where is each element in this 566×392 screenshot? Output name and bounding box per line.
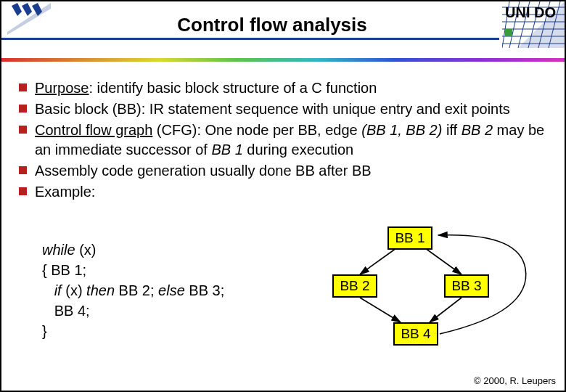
- example-area: while (x) { BB 1; if (x) then BB 2; else…: [42, 225, 543, 363]
- code-block: while (x) { BB 1; if (x) then BB 2; else…: [42, 240, 224, 341]
- copyright-footer: © 2000, R. Leupers: [474, 375, 556, 386]
- svg-rect-18: [505, 29, 512, 36]
- bullet-purpose: Purpose: identify basic block structure …: [19, 78, 547, 98]
- unido-text: UNI DO: [505, 4, 556, 20]
- code-line-4: BB 4;: [42, 301, 224, 321]
- slide-header: Control flow analysis: [1, 1, 565, 48]
- svg-line-21: [360, 298, 401, 322]
- rainbow-divider: [1, 58, 565, 62]
- cfg-node-bb4: BB 4: [393, 322, 438, 346]
- bullet-list: Purpose: identify basic block structure …: [19, 78, 547, 202]
- cfg-diagram: BB 1 BB 2 BB 3 BB 4: [315, 225, 547, 363]
- slide: Control flow analysis: [0, 0, 566, 392]
- cfg-node-bb2: BB 2: [332, 274, 377, 298]
- slide-title: Control flow analysis: [1, 14, 565, 36]
- flag-logo-icon: [7, 3, 51, 35]
- svg-marker-2: [22, 3, 32, 16]
- code-line-2: { BB 1;: [42, 260, 224, 280]
- bullet-assembly: Assembly code generation usually done BB…: [19, 161, 547, 181]
- cfg-node-bb1: BB 1: [387, 226, 432, 250]
- content-area: Purpose: identify basic block structure …: [19, 78, 547, 203]
- bullet-example: Example:: [19, 182, 547, 202]
- title-underline: [1, 38, 499, 40]
- cfg-node-bb3: BB 3: [444, 274, 489, 298]
- svg-line-22: [430, 298, 462, 322]
- code-line-3: if (x) then BB 2; else BB 3;: [42, 280, 224, 301]
- bullet-cfg: Control flow graph (CFG): One node per B…: [19, 121, 547, 160]
- svg-marker-1: [12, 3, 22, 16]
- unido-logo-icon: UNI DO: [502, 1, 565, 48]
- code-line-1: while (x): [42, 240, 224, 260]
- svg-line-19: [360, 248, 396, 274]
- svg-line-20: [425, 248, 462, 274]
- bullet-basic-block: Basic block (BB): IR statement sequence …: [19, 99, 547, 119]
- code-line-5: }: [42, 321, 224, 341]
